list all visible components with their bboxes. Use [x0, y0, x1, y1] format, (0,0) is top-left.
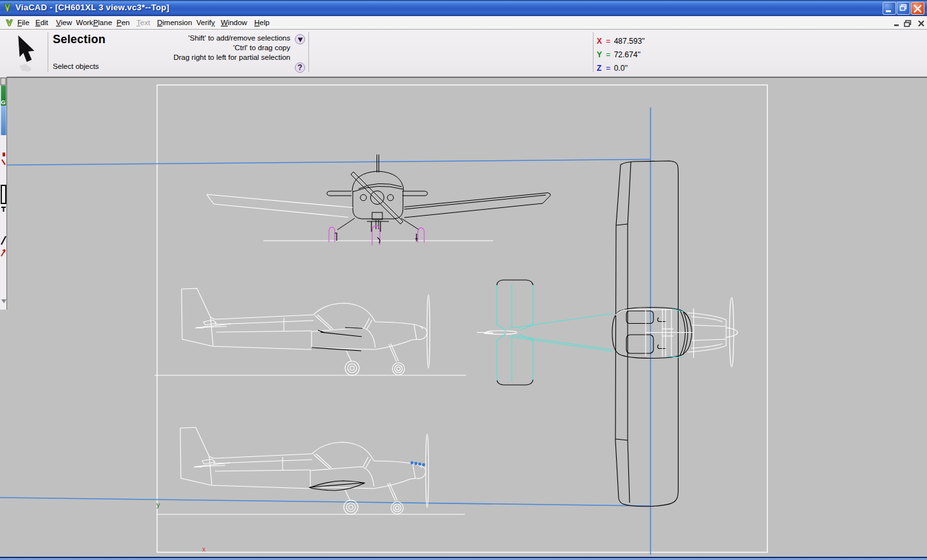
svg-text:y: y: [156, 501, 160, 509]
svg-text:G: G: [1, 99, 6, 106]
svg-text:x: x: [202, 545, 206, 553]
